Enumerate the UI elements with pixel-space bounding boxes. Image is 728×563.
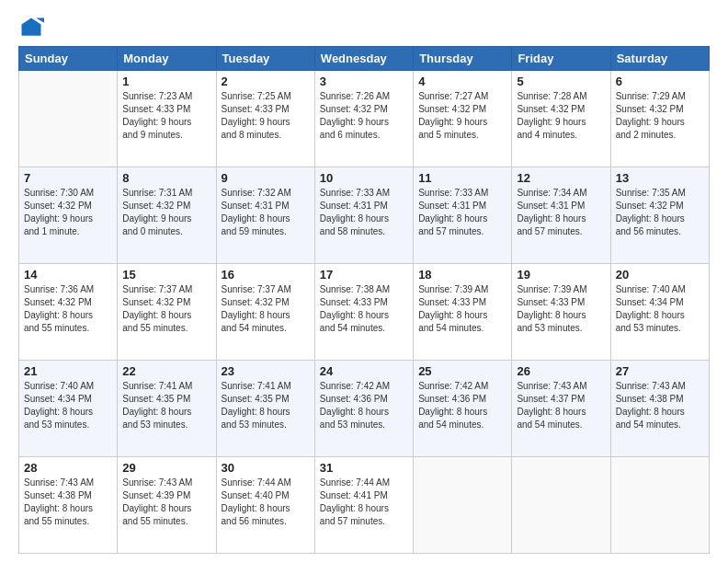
day-details: Sunrise: 7:37 AM Sunset: 4:32 PM Dayligh… — [222, 283, 310, 335]
day-details: Sunrise: 7:39 AM Sunset: 4:33 PM Dayligh… — [418, 283, 506, 335]
day-details: Sunrise: 7:30 AM Sunset: 4:32 PM Dayligh… — [24, 187, 112, 238]
day-details: Sunrise: 7:28 AM Sunset: 4:32 PM Dayligh… — [517, 90, 605, 142]
calendar-cell: 27Sunrise: 7:43 AM Sunset: 4:38 PM Dayli… — [610, 361, 709, 457]
day-details: Sunrise: 7:27 AM Sunset: 4:32 PM Dayligh… — [418, 90, 506, 142]
weekday-header-thursday: Thursday — [414, 47, 512, 71]
day-details: Sunrise: 7:41 AM Sunset: 4:35 PM Dayligh… — [222, 380, 310, 431]
day-number: 14 — [24, 268, 112, 282]
calendar-cell: 26Sunrise: 7:43 AM Sunset: 4:37 PM Dayli… — [512, 361, 610, 457]
calendar-cell: 25Sunrise: 7:42 AM Sunset: 4:36 PM Dayli… — [414, 361, 512, 457]
calendar-cell: 13Sunrise: 7:35 AM Sunset: 4:32 PM Dayli… — [610, 167, 709, 264]
calendar-cell: 24Sunrise: 7:42 AM Sunset: 4:36 PM Dayli… — [314, 361, 413, 457]
day-details: Sunrise: 7:34 AM Sunset: 4:31 PM Dayligh… — [517, 187, 605, 238]
day-number: 18 — [418, 268, 506, 282]
calendar-cell: 2Sunrise: 7:25 AM Sunset: 4:33 PM Daylig… — [216, 71, 314, 167]
calendar-cell: 29Sunrise: 7:43 AM Sunset: 4:39 PM Dayli… — [118, 457, 216, 554]
day-number: 15 — [122, 268, 210, 282]
day-number: 30 — [222, 461, 310, 475]
calendar-cell: 10Sunrise: 7:33 AM Sunset: 4:31 PM Dayli… — [314, 167, 413, 264]
day-number: 6 — [616, 75, 704, 88]
day-number: 2 — [222, 75, 310, 88]
day-number: 10 — [320, 171, 408, 185]
day-details: Sunrise: 7:42 AM Sunset: 4:36 PM Dayligh… — [320, 380, 408, 431]
calendar-cell: 17Sunrise: 7:38 AM Sunset: 4:33 PM Dayli… — [314, 264, 413, 361]
calendar-week-row: 1Sunrise: 7:23 AM Sunset: 4:33 PM Daylig… — [19, 71, 710, 167]
day-details: Sunrise: 7:23 AM Sunset: 4:33 PM Dayligh… — [122, 90, 210, 142]
calendar-cell: 16Sunrise: 7:37 AM Sunset: 4:32 PM Dayli… — [216, 264, 314, 361]
calendar-cell: 18Sunrise: 7:39 AM Sunset: 4:33 PM Dayli… — [414, 264, 512, 361]
day-number: 23 — [222, 364, 310, 378]
day-number: 19 — [517, 268, 605, 282]
day-details: Sunrise: 7:44 AM Sunset: 4:41 PM Dayligh… — [320, 477, 408, 528]
day-number: 31 — [320, 461, 408, 475]
day-details: Sunrise: 7:37 AM Sunset: 4:32 PM Dayligh… — [122, 283, 210, 335]
day-details: Sunrise: 7:43 AM Sunset: 4:38 PM Dayligh… — [616, 380, 704, 431]
day-number: 22 — [122, 364, 210, 378]
day-details: Sunrise: 7:29 AM Sunset: 4:32 PM Dayligh… — [616, 90, 704, 142]
calendar-table: SundayMondayTuesdayWednesdayThursdayFrid… — [18, 46, 710, 554]
day-details: Sunrise: 7:33 AM Sunset: 4:31 PM Dayligh… — [418, 187, 506, 238]
logo — [18, 15, 48, 40]
calendar-cell — [414, 457, 512, 554]
calendar-week-row: 28Sunrise: 7:43 AM Sunset: 4:38 PM Dayli… — [19, 457, 710, 554]
weekday-header-tuesday: Tuesday — [216, 47, 314, 71]
weekday-header-friday: Friday — [512, 47, 610, 71]
day-number: 20 — [616, 268, 704, 282]
day-number: 13 — [616, 171, 704, 185]
calendar-cell: 4Sunrise: 7:27 AM Sunset: 4:32 PM Daylig… — [414, 71, 512, 167]
day-number: 28 — [24, 461, 112, 475]
day-details: Sunrise: 7:43 AM Sunset: 4:39 PM Dayligh… — [122, 477, 210, 528]
calendar-week-row: 14Sunrise: 7:36 AM Sunset: 4:32 PM Dayli… — [19, 264, 710, 361]
calendar-cell: 19Sunrise: 7:39 AM Sunset: 4:33 PM Dayli… — [512, 264, 610, 361]
day-number: 1 — [122, 75, 210, 88]
weekday-header-monday: Monday — [118, 47, 216, 71]
day-details: Sunrise: 7:36 AM Sunset: 4:32 PM Dayligh… — [24, 283, 112, 335]
calendar-cell: 22Sunrise: 7:41 AM Sunset: 4:35 PM Dayli… — [118, 361, 216, 457]
calendar-cell: 21Sunrise: 7:40 AM Sunset: 4:34 PM Dayli… — [19, 361, 118, 457]
day-number: 12 — [517, 171, 605, 185]
day-details: Sunrise: 7:35 AM Sunset: 4:32 PM Dayligh… — [616, 187, 704, 238]
calendar-cell: 9Sunrise: 7:32 AM Sunset: 4:31 PM Daylig… — [216, 167, 314, 264]
day-number: 16 — [222, 268, 310, 282]
day-details: Sunrise: 7:40 AM Sunset: 4:34 PM Dayligh… — [24, 380, 112, 431]
calendar-cell: 30Sunrise: 7:44 AM Sunset: 4:40 PM Dayli… — [216, 457, 314, 554]
day-details: Sunrise: 7:25 AM Sunset: 4:33 PM Dayligh… — [222, 90, 310, 142]
day-number: 3 — [320, 75, 408, 88]
calendar-cell: 15Sunrise: 7:37 AM Sunset: 4:32 PM Dayli… — [118, 264, 216, 361]
calendar-cell — [512, 457, 610, 554]
day-details: Sunrise: 7:33 AM Sunset: 4:31 PM Dayligh… — [320, 187, 408, 238]
day-details: Sunrise: 7:31 AM Sunset: 4:32 PM Dayligh… — [122, 187, 210, 238]
day-details: Sunrise: 7:41 AM Sunset: 4:35 PM Dayligh… — [122, 380, 210, 431]
day-number: 26 — [517, 364, 605, 378]
calendar-cell: 28Sunrise: 7:43 AM Sunset: 4:38 PM Dayli… — [19, 457, 118, 554]
day-number: 7 — [24, 171, 112, 185]
calendar-cell: 7Sunrise: 7:30 AM Sunset: 4:32 PM Daylig… — [19, 167, 118, 264]
day-details: Sunrise: 7:38 AM Sunset: 4:33 PM Dayligh… — [320, 283, 408, 335]
day-details: Sunrise: 7:26 AM Sunset: 4:32 PM Dayligh… — [320, 90, 408, 142]
calendar-cell: 6Sunrise: 7:29 AM Sunset: 4:32 PM Daylig… — [610, 71, 709, 167]
calendar-cell: 11Sunrise: 7:33 AM Sunset: 4:31 PM Dayli… — [414, 167, 512, 264]
calendar-cell: 14Sunrise: 7:36 AM Sunset: 4:32 PM Dayli… — [19, 264, 118, 361]
calendar-cell: 3Sunrise: 7:26 AM Sunset: 4:32 PM Daylig… — [314, 71, 413, 167]
svg-marker-0 — [22, 18, 41, 36]
day-number: 27 — [616, 364, 704, 378]
calendar-cell: 8Sunrise: 7:31 AM Sunset: 4:32 PM Daylig… — [118, 167, 216, 264]
day-number: 17 — [320, 268, 408, 282]
day-details: Sunrise: 7:39 AM Sunset: 4:33 PM Dayligh… — [517, 283, 605, 335]
day-number: 24 — [320, 364, 408, 378]
day-details: Sunrise: 7:43 AM Sunset: 4:38 PM Dayligh… — [24, 477, 112, 528]
calendar-week-row: 7Sunrise: 7:30 AM Sunset: 4:32 PM Daylig… — [19, 167, 710, 264]
calendar-cell: 31Sunrise: 7:44 AM Sunset: 4:41 PM Dayli… — [314, 457, 413, 554]
calendar-cell: 23Sunrise: 7:41 AM Sunset: 4:35 PM Dayli… — [216, 361, 314, 457]
day-details: Sunrise: 7:43 AM Sunset: 4:37 PM Dayligh… — [517, 380, 605, 431]
calendar-week-row: 21Sunrise: 7:40 AM Sunset: 4:34 PM Dayli… — [19, 361, 710, 457]
logo-icon — [18, 15, 44, 40]
day-details: Sunrise: 7:42 AM Sunset: 4:36 PM Dayligh… — [418, 380, 506, 431]
day-number: 25 — [418, 364, 506, 378]
calendar-cell: 5Sunrise: 7:28 AM Sunset: 4:32 PM Daylig… — [512, 71, 610, 167]
page: SundayMondayTuesdayWednesdayThursdayFrid… — [0, 0, 728, 563]
day-number: 9 — [222, 171, 310, 185]
calendar-cell — [610, 457, 709, 554]
calendar-cell: 12Sunrise: 7:34 AM Sunset: 4:31 PM Dayli… — [512, 167, 610, 264]
day-number: 21 — [24, 364, 112, 378]
